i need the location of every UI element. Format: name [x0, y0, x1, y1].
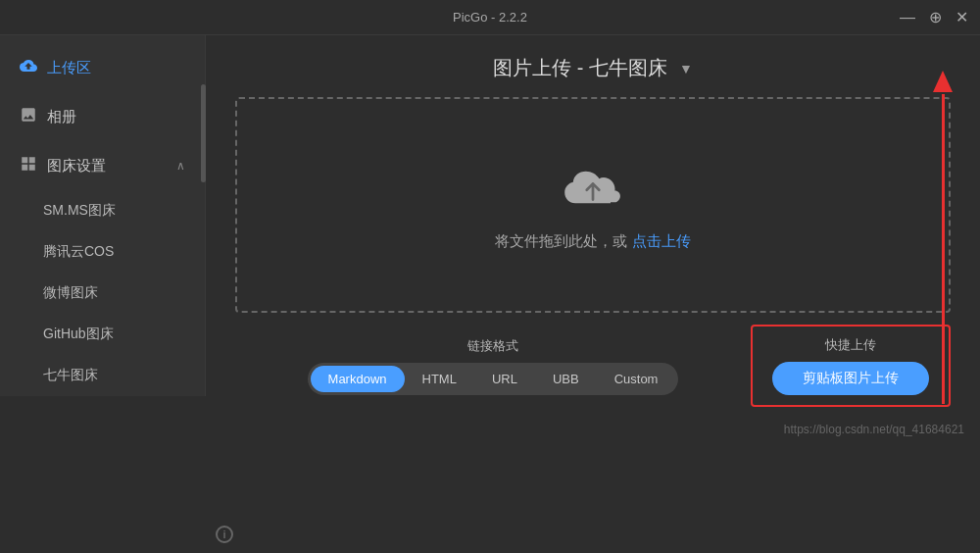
page-title-dropdown-icon[interactable]: ▼ — [679, 61, 693, 76]
bottom-bar: 链接格式 Markdown HTML URL UBB Custom 快捷上传 剪… — [206, 313, 980, 419]
footer-url: https://blog.csdn.net/qq_41684621 — [784, 423, 964, 436]
quick-upload-label: 快捷上传 — [825, 336, 876, 354]
upload-click-link[interactable]: 点击上传 — [632, 232, 691, 249]
page-header: 图片上传 - 七牛图床 ▼ — [206, 35, 980, 97]
sidebar-subitem-github[interactable]: GitHub图床 — [0, 314, 205, 355]
qiniu-label: 七牛图床 — [43, 367, 98, 382]
close-button[interactable]: ✕ — [956, 10, 968, 25]
content-area: 图片上传 - 七牛图床 ▼ 将文件拖到此处，或 点击上传 — [206, 35, 980, 553]
minimize-button[interactable]: — — [900, 10, 915, 25]
link-format-label: 链接格式 — [467, 337, 518, 355]
link-format-section: 链接格式 Markdown HTML URL UBB Custom — [235, 337, 751, 395]
upload-prompt-text: 将文件拖到此处，或 点击上传 — [495, 232, 690, 251]
page-title: 图片上传 - 七牛图床 — [493, 55, 667, 81]
clipboard-upload-button[interactable]: 剪贴板图片上传 — [772, 362, 929, 395]
format-btn-custom[interactable]: Custom — [597, 366, 676, 392]
chevron-up-icon: ∧ — [176, 159, 185, 173]
sidebar-subitem-tencent[interactable]: 腾讯云COS — [0, 231, 205, 273]
github-label: GitHub图床 — [43, 326, 114, 341]
weibo-label: 微博图床 — [43, 284, 98, 300]
upload-dropzone[interactable]: 将文件拖到此处，或 点击上传 — [235, 97, 951, 313]
sidebar-item-settings[interactable]: 图床设置 ∧ — [0, 141, 205, 190]
cloud-upload-icon — [20, 57, 37, 78]
sidebar-item-album-label: 相册 — [47, 108, 76, 126]
tencent-label: 腾讯云COS — [43, 243, 114, 259]
quick-upload-section: 快捷上传 剪贴板图片上传 — [751, 325, 951, 407]
sidebar-item-upload[interactable]: 上传区 — [0, 43, 205, 92]
upload-prompt-static: 将文件拖到此处，或 — [495, 232, 627, 249]
main-layout: 上传区 相册 图床设置 ∧ — [0, 35, 980, 553]
titlebar: PicGo - 2.2.2 — ⊕ ✕ — [0, 0, 980, 35]
sidebar-submenu: SM.MS图床 腾讯云COS 微博图床 GitHub图床 七牛图床 — [0, 190, 205, 396]
format-btn-url[interactable]: URL — [474, 366, 535, 392]
format-btn-html[interactable]: HTML — [405, 366, 474, 392]
sidebar-subitem-smms[interactable]: SM.MS图床 — [0, 190, 205, 231]
format-buttons-group: Markdown HTML URL UBB Custom — [308, 363, 679, 395]
sidebar-item-album[interactable]: 相册 — [0, 92, 205, 141]
format-btn-ubb[interactable]: UBB — [535, 366, 597, 392]
image-icon — [20, 106, 37, 127]
info-icon[interactable]: i — [216, 526, 233, 543]
window-controls: — ⊕ ✕ — [900, 10, 968, 25]
grid-icon — [20, 155, 37, 176]
maximize-button[interactable]: ⊕ — [929, 10, 942, 25]
sidebar-subitem-qiniu[interactable]: 七牛图床 — [0, 355, 205, 396]
smms-label: SM.MS图床 — [43, 202, 116, 218]
sidebar-item-upload-label: 上传区 — [47, 59, 91, 77]
format-btn-markdown[interactable]: Markdown — [311, 366, 405, 392]
sidebar-item-settings-label: 图床设置 — [47, 157, 106, 176]
footer: https://blog.csdn.net/qq_41684621 — [206, 419, 980, 444]
app-title: PicGo - 2.2.2 — [453, 10, 527, 25]
sidebar-subitem-weibo[interactable]: 微博图床 — [0, 273, 205, 314]
sidebar: 上传区 相册 图床设置 ∧ — [0, 35, 206, 396]
upload-cloud-icon — [558, 160, 628, 219]
